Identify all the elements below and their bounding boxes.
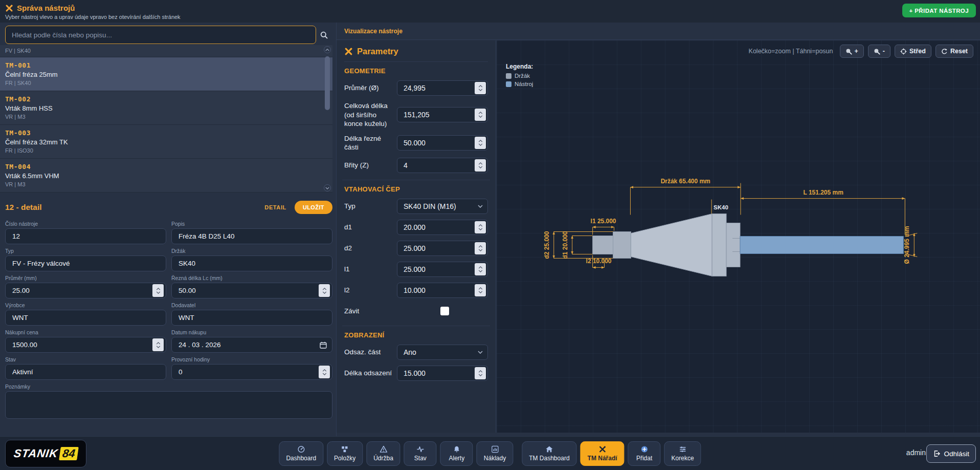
spinner-buttons[interactable] [475, 284, 486, 296]
status-input[interactable] [12, 368, 164, 376]
spinner-buttons[interactable] [152, 284, 164, 297]
purchase-date-input[interactable] [179, 341, 317, 349]
status-field[interactable] [5, 364, 166, 380]
spinner-buttons[interactable] [475, 221, 486, 233]
param-cutting-length-input[interactable] [404, 139, 475, 147]
param-diameter-field[interactable] [397, 80, 488, 96]
param-flutes-field[interactable] [397, 158, 488, 173]
nav-udrzba[interactable]: Údržba [366, 441, 400, 466]
manufacturer-input[interactable] [12, 314, 164, 322]
save-button[interactable]: ULOŽIT [295, 201, 332, 214]
stud-l1-field[interactable] [397, 262, 488, 277]
offset-length-input[interactable] [404, 369, 475, 377]
param-flutes-input[interactable] [404, 161, 475, 169]
spinner-buttons[interactable] [475, 242, 486, 254]
tool-number-input[interactable] [12, 232, 164, 240]
nav-stav[interactable]: Stav [404, 441, 437, 466]
tool-number-field[interactable] [5, 228, 166, 244]
supplier-field[interactable] [171, 310, 332, 326]
list-item[interactable]: TM-004 Vrták 6.5mm VHM VR | M3 [0, 159, 332, 193]
holder-field[interactable] [171, 255, 332, 271]
thread-checkbox[interactable] [440, 307, 449, 315]
nav-tm-dashboard[interactable]: TM Dashboard [522, 441, 576, 466]
nav-korekce[interactable]: Korekce [664, 441, 701, 466]
spinner-buttons[interactable] [475, 159, 486, 172]
stud-d2-input[interactable] [404, 244, 475, 252]
purchase-price-field[interactable] [5, 337, 166, 353]
reset-button[interactable]: Reset [936, 45, 973, 58]
calendar-icon[interactable] [317, 341, 330, 349]
nav-pridat[interactable]: Přidat [628, 441, 661, 466]
description-input[interactable] [179, 232, 330, 240]
holder-input[interactable] [179, 260, 330, 267]
nav-alerty[interactable]: Alerty [440, 441, 473, 466]
list-item-partial[interactable]: FV | SK40 [0, 45, 332, 57]
home-icon [545, 445, 553, 453]
spinner-buttons[interactable] [475, 367, 486, 379]
manufacturer-field[interactable] [5, 310, 166, 326]
search-icon[interactable] [316, 31, 331, 39]
stud-l1-input[interactable] [404, 265, 475, 273]
offset-length-field[interactable] [397, 366, 488, 381]
sliders-icon [679, 445, 686, 453]
spinner-buttons[interactable] [319, 284, 330, 297]
bar-chart-icon [491, 445, 499, 453]
list-item[interactable]: TM-001 Čelní fréza 25mm FR | SK40 [0, 57, 332, 91]
tool-drawing: Držák 65.400 mm L 151.205 mm SK40 [497, 40, 980, 433]
stud-type-select[interactable]: SK40 DIN (M16) [397, 199, 488, 214]
notes-textarea[interactable] [5, 391, 332, 419]
type-field[interactable] [5, 255, 166, 271]
search-input[interactable] [5, 26, 316, 44]
nav-tm-naradi[interactable]: TM Nářadí [581, 441, 625, 466]
scroll-down-icon[interactable] [324, 184, 331, 191]
operating-hours-input[interactable] [179, 368, 319, 376]
list-item[interactable]: TM-002 Vrták 8mm HSS VR | M3 [0, 91, 332, 125]
tab-visualization[interactable]: Vizualizace nástroje [344, 28, 403, 35]
add-tool-button[interactable]: + PŘIDAT NÁSTROJ [902, 4, 976, 17]
type-input[interactable] [12, 260, 164, 267]
tool-list: FV | SK40 TM-001 Čelní fréza 25mm FR | S… [0, 45, 332, 193]
param-total-length-input[interactable] [404, 111, 475, 119]
nav-dashboard[interactable]: Dashboard [279, 441, 323, 466]
diameter-input[interactable] [12, 287, 152, 294]
param-diameter-input[interactable] [404, 84, 475, 92]
stud-l2-input[interactable] [404, 286, 475, 294]
purchase-date-field[interactable] [171, 337, 332, 353]
spinner-buttons[interactable] [475, 137, 486, 149]
operating-hours-field[interactable] [171, 364, 332, 380]
visualization-canvas[interactable]: Držák 65.400 mm L 151.205 mm SK40 [497, 40, 980, 433]
cutting-length-field[interactable] [171, 283, 332, 298]
spinner-buttons[interactable] [152, 338, 164, 351]
zoom-out-button[interactable]: - [868, 45, 890, 58]
svg-text:d2 25.000: d2 25.000 [543, 231, 550, 259]
list-item[interactable]: TM-003 Čelní fréza 32mm TK FR | ISO30 [0, 125, 332, 159]
scrollbar-thumb[interactable] [325, 56, 330, 110]
cutting-length-input[interactable] [179, 287, 319, 294]
scroll-up-icon[interactable] [324, 46, 331, 53]
param-cutting-length-field[interactable] [397, 135, 488, 151]
offset-part-select[interactable]: Ano [397, 345, 488, 360]
logout-button[interactable]: Odhlásit [926, 444, 976, 463]
diameter-field[interactable] [5, 283, 166, 298]
detail-title: 12 - detail [5, 203, 42, 212]
supplier-input[interactable] [179, 314, 330, 322]
warning-triangle-icon [380, 445, 387, 453]
stud-d1-field[interactable] [397, 220, 488, 235]
spinner-buttons[interactable] [319, 366, 330, 378]
spinner-buttons[interactable] [475, 109, 486, 121]
param-total-length-field[interactable] [397, 107, 488, 122]
page-title: Správa nástrojů [17, 4, 75, 12]
spinner-buttons[interactable] [475, 263, 486, 275]
detail-button[interactable]: DETAIL [264, 204, 286, 210]
nav-polozky[interactable]: Položky [327, 441, 363, 466]
stud-l2-field[interactable] [397, 283, 488, 298]
spinner-buttons[interactable] [475, 82, 486, 94]
zoom-in-button[interactable]: + [840, 45, 864, 58]
center-button[interactable]: Střed [895, 45, 931, 58]
purchase-price-input[interactable] [12, 341, 152, 349]
description-field[interactable] [171, 228, 332, 244]
list-scrollbar[interactable] [324, 46, 331, 191]
stud-d1-input[interactable] [404, 223, 475, 231]
stud-d2-field[interactable] [397, 241, 488, 256]
nav-naklady[interactable]: Náklady [477, 441, 513, 466]
